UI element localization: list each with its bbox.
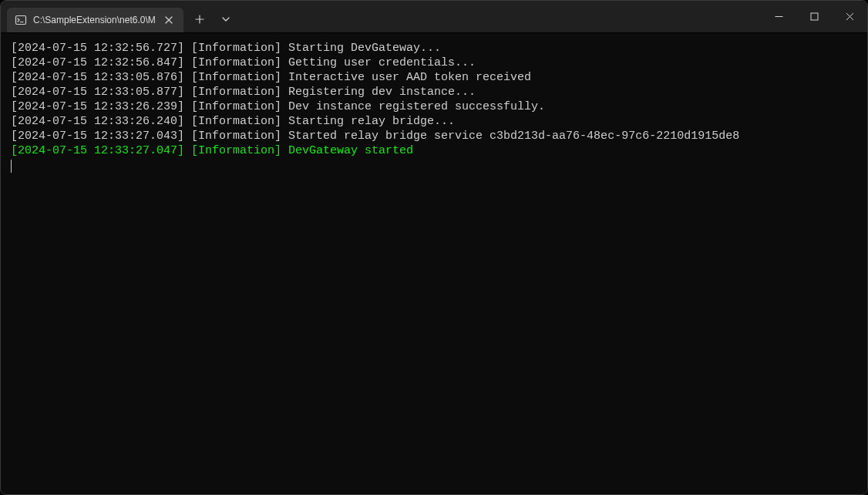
close-icon: [846, 12, 854, 21]
tab-dropdown-button[interactable]: [213, 8, 239, 31]
log-line: [2024-07-15 12:33:26.240] [Information] …: [11, 114, 859, 129]
close-tab-button[interactable]: [162, 13, 176, 27]
terminal-body[interactable]: [2024-07-15 12:32:56.727] [Information] …: [2, 33, 866, 493]
terminal-window: C:\SampleExtension\net6.0\M: [0, 0, 868, 495]
close-icon: [165, 16, 173, 24]
log-line: [2024-07-15 12:32:56.727] [Information] …: [11, 41, 859, 56]
tab-strip: C:\SampleExtension\net6.0\M: [1, 1, 183, 32]
log-line: [2024-07-15 12:33:27.043] [Information] …: [11, 129, 859, 143]
maximize-button[interactable]: [796, 1, 832, 32]
log-line: [2024-07-15 12:33:05.877] [Information] …: [11, 85, 859, 99]
window-controls: [761, 1, 867, 32]
svg-rect-7: [811, 13, 818, 20]
log-line: [2024-07-15 12:33:26.239] [Information] …: [11, 99, 859, 114]
tab-title: C:\SampleExtension\net6.0\M: [33, 15, 156, 25]
tab-active[interactable]: C:\SampleExtension\net6.0\M: [7, 8, 183, 32]
minimize-button[interactable]: [761, 1, 796, 32]
log-line: [2024-07-15 12:32:56.847] [Information] …: [11, 56, 859, 70]
terminal-icon: [15, 14, 27, 26]
cursor: [11, 160, 12, 173]
new-tab-button[interactable]: [187, 8, 213, 31]
tab-actions: [187, 5, 239, 33]
chevron-down-icon: [221, 15, 230, 24]
titlebar: C:\SampleExtension\net6.0\M: [1, 1, 867, 33]
close-window-button[interactable]: [832, 1, 867, 32]
log-line: [2024-07-15 12:33:27.047] [Information] …: [11, 143, 859, 158]
minimize-icon: [775, 12, 783, 21]
svg-rect-0: [16, 16, 26, 25]
maximize-icon: [810, 12, 819, 21]
plus-icon: [195, 15, 204, 24]
log-line: [2024-07-15 12:33:05.876] [Information] …: [11, 70, 859, 85]
